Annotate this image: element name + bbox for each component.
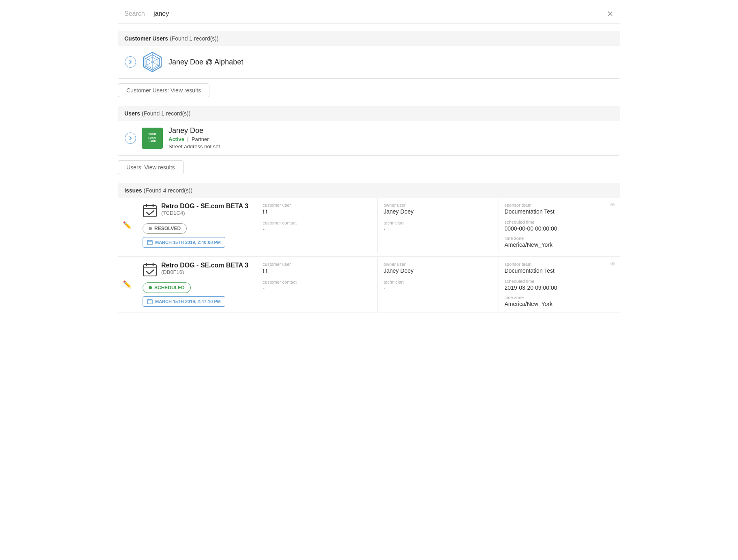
owner-user-label: owner user <box>384 262 493 267</box>
issue-calendar-icon <box>143 263 157 278</box>
technician-value: - <box>384 226 493 233</box>
issue-title: Retro DOG - SE.com BETA 3 <box>161 203 248 210</box>
users-view-results-button[interactable]: Users: View results <box>118 160 183 174</box>
users-header: Users (Found 1 record(s)) <box>118 106 620 121</box>
scheduled-dot-icon <box>149 286 152 289</box>
customer-contact-label: customer contact <box>263 220 372 225</box>
issues-header: Issues (Found 4 record(s)) <box>118 183 620 198</box>
issue-result-card: ✏️ Retro DOG - SE.com BETA 3 <box>118 198 620 253</box>
owner-user-value: Janey Doey <box>384 267 493 274</box>
svg-rect-18 <box>147 299 152 304</box>
date-badge: MARCH 15TH 2019, 2:47:10 PM <box>143 296 225 307</box>
issue-owner-col: owner user Janey Doey technician - <box>378 257 499 312</box>
sponsor-team-value: Documentation Test <box>505 267 614 274</box>
issue-customer-col: customer user t t customer contact - <box>257 257 378 312</box>
close-icon[interactable]: ✕ <box>607 10 614 18</box>
customer-user-value: t t <box>263 208 372 215</box>
users-title: Users <box>124 110 140 117</box>
issue-sponsor-col: 👁 sponsor team Documentation Test schedu… <box>499 257 620 312</box>
svg-rect-10 <box>147 240 152 245</box>
search-label: Search <box>124 10 149 17</box>
svg-rect-6 <box>143 205 156 217</box>
customer-user-value: t t <box>263 267 372 274</box>
issues-title: Issues <box>124 187 142 194</box>
issue-title: Retro DOG - SE.com BETA 3 <box>161 262 248 269</box>
customer-user-result-card: Janey Doe @ Alphabet <box>118 46 620 79</box>
user-status: Active <box>169 136 184 142</box>
user-role: Partner <box>192 136 209 142</box>
separator: | <box>186 136 192 142</box>
user-address: Street address not set <box>169 143 220 150</box>
customer-contact-value: - <box>263 285 372 292</box>
alphabet-logo-icon <box>142 51 163 73</box>
date-badge: MARCH 15TH 2019, 2:40:08 PM <box>143 237 225 248</box>
scheduled-time-value: 2019-03-20 09:00:00 <box>505 284 614 291</box>
users-count: (Found 1 record(s)) <box>142 110 191 117</box>
customer-contact-label: customer contact <box>263 280 372 284</box>
search-input[interactable] <box>154 10 602 17</box>
customer-user-label: customer user <box>263 262 372 267</box>
issue-left-actions: ✏️ <box>118 198 136 253</box>
customer-users-view-results-button[interactable]: Customer Users: View results <box>118 83 209 97</box>
eye-icon[interactable]: 👁 <box>610 202 616 208</box>
resolved-badge: RESOLVED <box>143 223 187 234</box>
issue-date: MARCH 15TH 2019, 2:47:10 PM <box>155 299 221 304</box>
calendar-small-icon <box>147 299 153 304</box>
scheduled-badge: SCHEDULED <box>143 282 191 293</box>
customer-users-title: Customer Users <box>124 35 168 42</box>
issue-id: (DB0F16) <box>161 269 248 275</box>
issue-result-card: ✏️ Retro DOG - SE.com BETA 3 <box>118 256 620 312</box>
issue-customer-col: customer user t t customer contact - <box>257 198 378 253</box>
customer-users-count: (Found 1 record(s)) <box>170 35 219 42</box>
issue-badges: RESOLVED MARCH 15TH 2019, 2:40:08 PM <box>143 223 250 248</box>
edit-icon[interactable]: ✏️ <box>123 221 132 230</box>
time-zone-value: America/New_York <box>505 242 614 248</box>
eye-icon[interactable]: 👁 <box>610 261 616 267</box>
scheduled-label: SCHEDULED <box>154 285 185 291</box>
issue-left-actions: ✏️ <box>118 257 136 312</box>
user-info: Janey Doe Active | Partner Street addres… <box>169 126 220 150</box>
sponsor-team-label: sponsor team <box>505 262 614 267</box>
issue-calendar-icon <box>143 203 157 219</box>
time-zone-label: time zone <box>505 295 614 300</box>
chevron-right-button[interactable] <box>125 133 136 144</box>
user-result-card: YOUR LOGO HERE Janey Doe Active | Partne… <box>118 121 620 156</box>
sponsor-team-value: Documentation Test <box>505 208 614 215</box>
issue-badges: SCHEDULED MARCH 15TH 2019, 2:47:10 PM <box>143 282 250 307</box>
technician-value: - <box>384 285 493 292</box>
resolved-label: RESOLVED <box>154 226 181 231</box>
resolved-dot-icon <box>149 227 152 230</box>
owner-user-label: owner user <box>384 203 493 207</box>
customer-user-name: Janey Doe @ Alphabet <box>169 58 243 66</box>
sponsor-team-label: sponsor team <box>505 203 614 207</box>
customer-user-label: customer user <box>263 203 372 207</box>
customer-users-header: Customer Users (Found 1 record(s)) <box>118 31 620 46</box>
issue-id: (7CD1C4) <box>161 210 248 216</box>
svg-rect-14 <box>143 265 156 276</box>
scheduled-time-label: scheduled time <box>505 220 614 224</box>
issue-main-info: Retro DOG - SE.com BETA 3 (7CD1C4) RESOL… <box>136 198 257 253</box>
edit-icon[interactable]: ✏️ <box>123 280 132 289</box>
technician-label: technician <box>384 280 493 284</box>
users-section: Users (Found 1 record(s)) YOUR LOGO HERE… <box>118 106 620 176</box>
issues-section: Issues (Found 4 record(s)) ✏️ <box>118 183 620 312</box>
issue-date: MARCH 15TH 2019, 2:40:08 PM <box>155 240 221 245</box>
scheduled-time-label: scheduled time <box>505 279 614 284</box>
customer-contact-value: - <box>263 226 372 233</box>
calendar-small-icon <box>147 239 153 245</box>
search-bar: Search ✕ <box>118 4 620 24</box>
time-zone-value: America/New_York <box>505 301 614 307</box>
owner-user-value: Janey Doey <box>384 208 493 215</box>
user-logo-icon: YOUR LOGO HERE <box>142 128 163 149</box>
issue-sponsor-col: 👁 sponsor team Documentation Test schedu… <box>499 198 620 253</box>
scheduled-time-value: 0000-00-00 00:00:00 <box>505 225 614 232</box>
chevron-right-button[interactable] <box>125 56 136 68</box>
issue-main-info: Retro DOG - SE.com BETA 3 (DB0F16) SCHED… <box>136 257 257 312</box>
issues-count: (Found 4 record(s)) <box>143 187 192 194</box>
issue-owner-col: owner user Janey Doey technician - <box>378 198 499 253</box>
technician-label: technician <box>384 220 493 225</box>
time-zone-label: time zone <box>505 236 614 241</box>
customer-users-section: Customer Users (Found 1 record(s)) Janey… <box>118 31 620 99</box>
